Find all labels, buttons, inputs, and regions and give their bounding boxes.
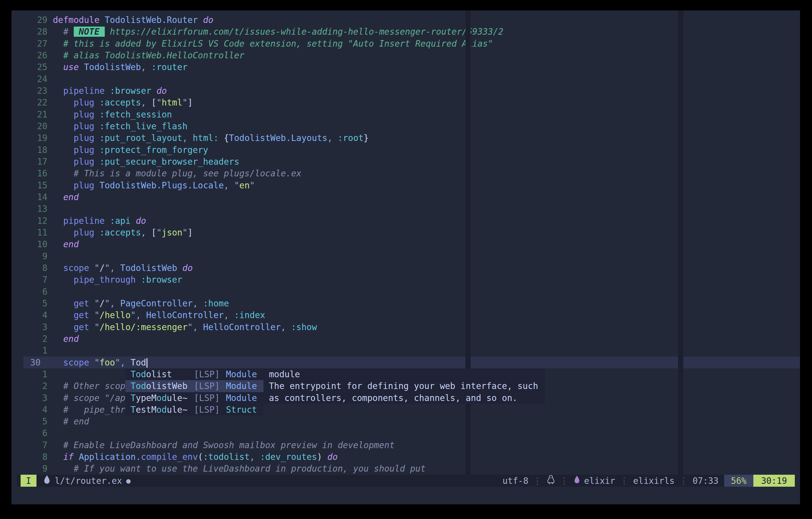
code-line[interactable]: 8 scope "/", TodolistWeb do <box>24 262 800 274</box>
code-line[interactable]: 7 pipe_through :browser <box>24 274 800 286</box>
completion-kind: Module <box>226 392 257 404</box>
code-text: plug :put_root_layout, html: {TodolistWe… <box>53 132 369 144</box>
code-line[interactable]: 22 plug :accepts, ["html"] <box>24 97 800 108</box>
code-text: pipe_through :browser <box>53 274 182 286</box>
line-number: 19 <box>24 132 48 144</box>
code-line[interactable]: 9 <box>24 250 800 262</box>
code-line[interactable]: 6 <box>24 427 800 439</box>
code-line[interactable]: 10 end <box>24 238 800 250</box>
line-number: 1 <box>24 368 48 380</box>
code-line[interactable]: 17 plug :put_secure_browser_headers <box>24 156 800 168</box>
completion-label: TestModule~ <box>130 404 194 415</box>
code-text: # end <box>53 415 89 427</box>
line-number: 4 <box>24 404 48 415</box>
completion-label: Todolist <box>130 368 194 380</box>
separator: ⋮ <box>533 476 542 486</box>
code-line[interactable]: 11 plug :accepts, ["json"] <box>24 227 800 238</box>
code-line[interactable]: 9 # If you want to use the LiveDashboard… <box>24 463 800 474</box>
code-line[interactable]: 26 # alias TodolistWeb.HelloController <box>24 50 800 61</box>
note-badge: NOTE <box>74 27 105 37</box>
code-line[interactable]: 5 # end <box>24 415 800 427</box>
line-number: 28 <box>24 26 48 37</box>
code-line[interactable]: 21 plug :fetch_session <box>24 109 800 120</box>
code-line[interactable]: 25 use TodolistWeb, :router <box>24 61 800 73</box>
code-line[interactable]: 12 pipeline :api do <box>24 215 800 227</box>
code-text: # This is a module plug, see plugs/local… <box>53 168 301 179</box>
line-number: 9 <box>24 250 48 262</box>
code-line[interactable]: 28 # NOTE https://elixirforum.com/t/issu… <box>24 26 800 37</box>
code-text: # alias TodolistWeb.HelloController <box>53 50 244 61</box>
line-number: 11 <box>24 227 48 238</box>
line-number: 4 <box>24 309 48 321</box>
line-number: 26 <box>24 50 48 61</box>
completion-source: [LSP] <box>194 404 226 415</box>
line-number: 14 <box>24 191 48 203</box>
line-number: 6 <box>24 286 48 297</box>
code-line[interactable]: 8 if Application.compile_env(:todolist, … <box>24 451 800 463</box>
completion-source: [LSP] <box>194 368 226 380</box>
code-text: plug :put_secure_browser_headers <box>53 156 239 168</box>
code-line[interactable]: 18 plug :protect_from_forgery <box>24 144 800 156</box>
code-text: scope "foo", Tod <box>53 357 147 368</box>
line-number: 18 <box>24 144 48 156</box>
code-line[interactable]: 3 get "/hello/:messenger", HelloControll… <box>24 321 800 333</box>
separator: ⋮ <box>679 476 688 486</box>
code-line[interactable]: 14 end <box>24 191 800 203</box>
code-line[interactable]: 24 <box>24 73 800 85</box>
code-text: get "/hello/:messenger", HelloController… <box>53 321 317 333</box>
screen-background: 29defmodule TodolistWeb.Router do28 # NO… <box>0 0 812 519</box>
modified-indicator: ● <box>126 477 130 485</box>
code-line[interactable]: 29defmodule TodolistWeb.Router do <box>24 14 800 26</box>
code-line-current[interactable]: 30 scope "foo", Tod <box>24 357 800 368</box>
code-text: plug :accepts, ["json"] <box>53 227 193 238</box>
doc-line: module <box>263 368 545 380</box>
code-text: use TodolistWeb, :router <box>53 61 187 73</box>
completion-item[interactable]: TypeModule~[LSP]Module <box>125 392 263 404</box>
line-number: 10 <box>24 238 48 250</box>
completion-item-selected[interactable]: TodolistWeb[LSP]Module <box>125 380 263 392</box>
code-text: get "/hello", HelloController, :index <box>53 309 265 321</box>
code-line[interactable]: 19 plug :put_root_layout, html: {Todolis… <box>24 132 800 144</box>
code-line[interactable]: 13 <box>24 203 800 215</box>
code-line[interactable]: 2 end <box>24 333 800 345</box>
line-number: 2 <box>24 333 48 345</box>
line-number: 16 <box>24 168 48 179</box>
colorcolumn-80 <box>465 10 471 475</box>
completion-label: TodolistWeb <box>130 380 194 392</box>
code-text: # Enable LiveDashboard and Swoosh mailbo… <box>53 439 395 451</box>
line-number: 1 <box>24 345 48 356</box>
code-text: end <box>53 238 79 250</box>
code-line[interactable]: 6 <box>24 286 800 297</box>
code-line[interactable]: 20 plug :fetch_live_flash <box>24 120 800 132</box>
separator: ⋮ <box>620 476 629 486</box>
encoding: utf-8 <box>502 476 528 486</box>
code-line[interactable]: 15 plug TodolistWeb.Plugs.Locale, "en" <box>24 179 800 191</box>
code-line[interactable]: 1 <box>24 345 800 356</box>
line-number: 8 <box>24 262 48 274</box>
completion-item[interactable]: Todolist[LSP]Module <box>125 368 263 380</box>
code-text: end <box>53 191 79 203</box>
code-line[interactable]: 4 get "/hello", HelloController, :index <box>24 309 800 321</box>
code-line[interactable]: 27 # this is added by ElixirLS VS Code e… <box>24 38 800 50</box>
code-text: plug :fetch_live_flash <box>53 120 187 132</box>
line-number: 20 <box>24 120 48 132</box>
code-line[interactable]: 16 # This is a module plug, see plugs/lo… <box>24 168 800 179</box>
code-text: plug TodolistWeb.Plugs.Locale, "en" <box>53 179 255 191</box>
elixir-droplet-icon <box>43 475 51 486</box>
line-number: 5 <box>24 415 48 427</box>
separator: ⋮ <box>560 476 569 486</box>
doc-line: The entrypoint for defining your web int… <box>263 380 545 392</box>
code-line[interactable]: 7 # Enable LiveDashboard and Swoosh mail… <box>24 439 800 451</box>
code-line[interactable]: 23 pipeline :browser do <box>24 85 800 97</box>
code-text: # Other scop <box>53 380 125 392</box>
completion-label: TypeModule~ <box>130 392 194 404</box>
line-number: 3 <box>24 321 48 333</box>
line-number: 24 <box>24 73 48 85</box>
text-cursor <box>146 358 147 368</box>
code-text: # scope "/ap <box>53 392 125 404</box>
completion-item[interactable]: TestModule~[LSP]Struct <box>125 404 263 415</box>
code-line[interactable]: 5 get "/", PageController, :home <box>24 297 800 309</box>
doc-line: as controllers, components, channels, an… <box>263 392 545 404</box>
code-text: plug :protect_from_forgery <box>53 144 208 156</box>
code-text: # If you want to use the LiveDashboard i… <box>53 463 426 474</box>
